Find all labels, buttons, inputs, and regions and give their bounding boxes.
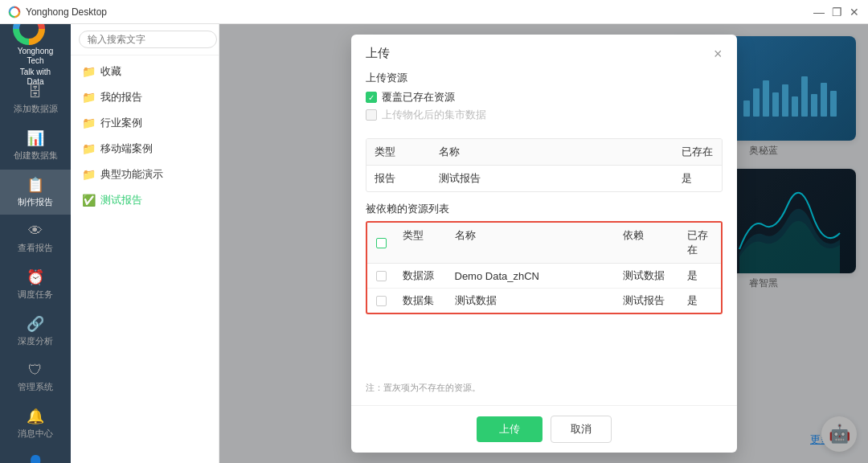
dep-row0-checkbox[interactable]	[376, 271, 387, 281]
overwrite-checkbox[interactable]	[366, 92, 377, 103]
modal-body: 上传资源 覆盖已存在资源 上传物化后的集市数据 类型	[351, 71, 737, 405]
overwrite-checkbox-row: 覆盖已存在资源	[366, 90, 723, 104]
sidebar: Yonghong Tech Talk with Data 🗄 添加数据源 📊 创…	[0, 24, 71, 463]
dep-row1-checkbox[interactable]	[376, 296, 387, 306]
schedule-icon: ⏰	[27, 268, 44, 286]
modal-close-btn[interactable]: ×	[714, 47, 723, 61]
overwrite-label: 覆盖已存在资源	[382, 90, 455, 104]
nav-item-favorites[interactable]: 📁 收藏	[71, 59, 219, 84]
dep-header-name: 名称	[448, 223, 616, 263]
dep-row1-type: 数据集	[396, 289, 448, 313]
logo-text-line1: Yonghong Tech	[13, 47, 58, 66]
window-controls: — ❐ ✕	[813, 6, 860, 18]
sidebar-logo: Yonghong Tech Talk with Data	[13, 32, 58, 68]
manage-icon: 🛡	[28, 362, 43, 379]
make-report-icon: 📋	[27, 176, 44, 194]
nav-item-demo[interactable]: 📁 典型功能演示	[71, 162, 219, 187]
resource-table-header: 类型 名称 已存在	[366, 139, 722, 166]
dep-row1-dep: 测试报告	[616, 289, 681, 313]
folder-icon: 📁	[82, 142, 96, 155]
dep-header-dep: 依赖	[616, 223, 681, 263]
dep-section: 被依赖的资源列表 类型 名称 依赖 已存在	[366, 202, 723, 314]
nav-search-input[interactable]	[79, 31, 217, 48]
modal-spacer	[366, 324, 723, 366]
folder-icon: 📁	[82, 168, 96, 181]
upload-modal: 上传 × 上传资源 覆盖已存在资源 上传物化后的集市数据	[351, 35, 737, 453]
sidebar-item-deep-analysis[interactable]: 🔗 深度分析	[0, 309, 71, 354]
datasource-icon: 🗄	[28, 84, 43, 100]
dep-row1-name: 测试数据	[448, 289, 616, 313]
modal-footer: 上传 取消	[351, 405, 737, 453]
maximize-btn[interactable]: ❐	[831, 6, 842, 18]
sidebar-item-label: 深度分析	[18, 335, 53, 347]
nav-item-test-report[interactable]: ✅ 测试报告	[71, 187, 219, 213]
nav-item-my-reports[interactable]: 📁 我的报告	[71, 84, 219, 110]
folder-icon: 📁	[82, 65, 96, 78]
sidebar-item-message[interactable]: 🔔 消息中心	[0, 401, 71, 446]
modal-overlay: 上传 × 上传资源 覆盖已存在资源 上传物化后的集市数据	[219, 24, 868, 463]
upload-confirm-btn[interactable]: 上传	[477, 416, 542, 442]
nav-item-label: 移动端案例	[100, 141, 153, 156]
cell-type: 报告	[366, 166, 431, 191]
upload-source-section: 上传资源 覆盖已存在资源 上传物化后的集市数据	[366, 71, 723, 125]
check-icon: ✅	[82, 194, 96, 207]
sidebar-item-label: 创建数据集	[14, 150, 58, 162]
sidebar-item-label: 添加数据源	[14, 103, 58, 115]
deep-analysis-icon: 🔗	[27, 315, 44, 333]
folder-icon: 📁	[82, 117, 96, 129]
dep-header-check	[367, 223, 396, 263]
sidebar-item-add-datasource[interactable]: 🗄 添加数据源	[0, 77, 71, 121]
sidebar-item-profile[interactable]: 👤 个人中心	[0, 448, 71, 463]
city-checkbox	[366, 109, 377, 121]
profile-icon: 👤	[27, 454, 44, 463]
dep-row0-name: Demo Data_zhCN	[448, 265, 616, 287]
nav-item-label: 典型功能演示	[100, 167, 163, 182]
nav-item-label: 行业案例	[100, 116, 142, 130]
dataset-icon: 📊	[27, 129, 44, 147]
view-report-icon: 👁	[28, 223, 43, 240]
dep-row1-check[interactable]	[367, 291, 396, 311]
modal-header: 上传 ×	[351, 35, 737, 71]
app-title: Yonghong Desktop	[26, 6, 813, 18]
sidebar-item-make-report[interactable]: 📋 制作报告	[0, 170, 71, 215]
nav-item-label: 收藏	[100, 64, 121, 79]
nav-item-label: 测试报告	[100, 193, 142, 207]
dep-table-row-0: 数据源 Demo Data_zhCN 测试数据 是	[367, 264, 721, 289]
dep-header-exist: 已存在	[681, 223, 721, 263]
sidebar-item-view-report[interactable]: 👁 查看报告	[0, 216, 71, 260]
nav-item-industry[interactable]: 📁 行业案例	[71, 110, 219, 136]
cell-name: 测试报告	[431, 166, 674, 191]
main-layout: Yonghong Tech Talk with Data 🗄 添加数据源 📊 创…	[0, 24, 868, 463]
minimize-btn[interactable]: —	[813, 6, 825, 18]
resource-table: 类型 名称 已存在 报告 测试报告 是	[366, 138, 723, 192]
sidebar-item-schedule[interactable]: ⏰ 调度任务	[0, 262, 71, 307]
nav-panel: ⋮ 📁 收藏 📁 我的报告 📁 行业案例 📁 移动端案例 📁 典型功能演示	[71, 24, 219, 463]
sidebar-item-manage[interactable]: 🛡 管理系统	[0, 355, 71, 399]
nav-items-list: 📁 收藏 📁 我的报告 📁 行业案例 📁 移动端案例 📁 典型功能演示 ✅	[71, 55, 219, 463]
modal-note: 注：置灰项为不存在的资源。	[366, 375, 723, 394]
sidebar-item-label: 管理系统	[18, 381, 53, 393]
upload-cancel-btn[interactable]: 取消	[551, 416, 612, 443]
title-bar: Yonghong Desktop — ❐ ✕	[0, 0, 868, 24]
sidebar-item-label: 查看报告	[18, 242, 53, 254]
sidebar-item-label: 调度任务	[18, 289, 53, 301]
folder-icon: 📁	[82, 91, 96, 104]
message-icon: 🔔	[27, 408, 44, 425]
sidebar-item-create-dataset[interactable]: 📊 创建数据集	[0, 123, 71, 168]
sidebar-item-label: 消息中心	[18, 428, 53, 440]
close-btn[interactable]: ✕	[849, 6, 860, 18]
content-area: 奥秘蓝 睿智黑 更多主题	[219, 24, 868, 463]
dep-row0-check[interactable]	[367, 266, 396, 286]
nav-item-mobile[interactable]: 📁 移动端案例	[71, 136, 219, 162]
header-type: 类型	[366, 139, 431, 165]
app-icon	[8, 6, 21, 18]
dep-header-checkbox[interactable]	[376, 238, 387, 248]
dep-table-header: 类型 名称 依赖 已存在	[367, 223, 721, 264]
sidebar-item-label: 制作报告	[18, 196, 53, 208]
cell-exist: 是	[674, 166, 722, 191]
city-label: 上传物化后的集市数据	[382, 108, 486, 122]
modal-title: 上传	[366, 46, 390, 61]
header-exist: 已存在	[674, 139, 722, 165]
header-name: 名称	[431, 139, 674, 165]
nav-search-bar: ⋮	[71, 24, 219, 55]
